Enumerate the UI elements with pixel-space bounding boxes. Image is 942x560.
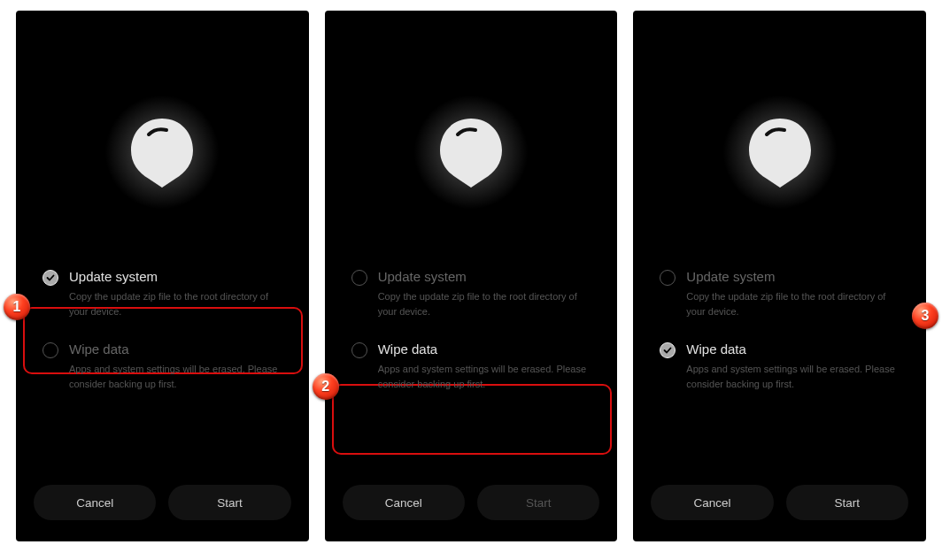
radio-icon <box>42 342 58 358</box>
option-title: Wipe data <box>686 341 900 357</box>
logo-area <box>633 11 926 258</box>
logo-area <box>325 11 618 258</box>
button-row: Cancel Start <box>633 471 926 541</box>
option-desc: Apps and system settings will be erased.… <box>686 362 900 391</box>
radio-icon <box>42 270 58 286</box>
radio-icon <box>351 342 367 358</box>
option-update-system[interactable]: Update system Copy the update zip file t… <box>343 258 600 331</box>
option-desc: Copy the update zip file to the root dir… <box>69 289 282 318</box>
options-list: Update system Copy the update zip file t… <box>633 258 926 471</box>
recovery-screen-2: 2 Update system Copy the update zip file… <box>325 11 618 541</box>
option-desc: Apps and system settings will be erased.… <box>378 362 591 391</box>
option-title: Wipe data <box>69 341 282 357</box>
option-update-system[interactable]: Update system Copy the update zip file t… <box>34 258 291 331</box>
start-button[interactable]: Start <box>168 485 290 520</box>
radio-icon <box>660 270 676 286</box>
logo-area <box>16 11 309 258</box>
option-desc: Copy the update zip file to the root dir… <box>378 289 591 318</box>
option-title: Update system <box>686 269 900 284</box>
option-desc: Copy the update zip file to the root dir… <box>686 289 900 318</box>
option-desc: Apps and system settings will be erased.… <box>69 362 282 391</box>
recovery-screen-1: 1 Update system Copy the update zip file… <box>16 11 309 541</box>
start-button[interactable]: Start <box>477 485 599 520</box>
radio-icon <box>660 342 676 358</box>
step-badge-1: 1 <box>4 294 30 320</box>
option-title: Wipe data <box>378 341 591 357</box>
cancel-button[interactable]: Cancel <box>651 485 773 520</box>
step-badge-2: 2 <box>313 373 339 400</box>
recovery-screen-3: 3 Update system Copy the update zip file… <box>633 11 926 541</box>
cancel-button[interactable]: Cancel <box>343 485 465 520</box>
button-row: Cancel Start <box>325 471 618 541</box>
meizu-logo-icon <box>727 99 833 205</box>
meizu-logo-icon <box>109 99 215 205</box>
option-title: Update system <box>69 269 282 284</box>
button-row: Cancel Start <box>16 471 309 541</box>
option-wipe-data[interactable]: Wipe data Apps and system settings will … <box>651 331 908 403</box>
step-badge-3: 3 <box>912 303 938 329</box>
option-wipe-data[interactable]: Wipe data Apps and system settings will … <box>34 331 291 403</box>
option-update-system[interactable]: Update system Copy the update zip file t… <box>651 258 908 331</box>
options-list: Update system Copy the update zip file t… <box>16 258 309 471</box>
option-title: Update system <box>378 269 591 284</box>
option-wipe-data[interactable]: Wipe data Apps and system settings will … <box>343 331 600 403</box>
cancel-button[interactable]: Cancel <box>34 485 156 520</box>
start-button[interactable]: Start <box>786 485 908 520</box>
radio-icon <box>351 270 367 286</box>
meizu-logo-icon <box>418 99 524 205</box>
options-list: Update system Copy the update zip file t… <box>325 258 618 471</box>
